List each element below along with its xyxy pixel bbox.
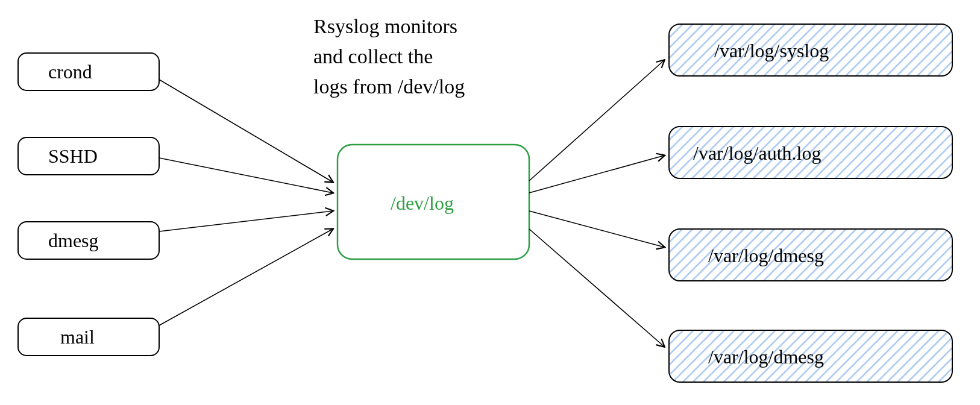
arrow-devlog-authlog <box>529 155 664 193</box>
arrow-sshd-devlog <box>159 158 333 193</box>
arrow-devlog-dmesg1 <box>529 211 664 247</box>
center-devlog: /dev/log <box>338 145 529 259</box>
annotation-line-2: and collect the <box>313 45 433 68</box>
source-mail-label: mail <box>60 326 95 348</box>
dest-dmesg-2: /var/log/dmesg <box>669 330 952 382</box>
arrow-mail-devlog <box>159 229 333 325</box>
source-dmesg: dmesg <box>18 222 159 259</box>
dest-syslog: /var/log/syslog <box>669 24 952 76</box>
dest-syslog-label: /var/log/syslog <box>714 40 829 61</box>
dest-authlog-label: /var/log/auth.log <box>693 142 821 164</box>
arrow-devlog-dmesg2 <box>529 229 664 347</box>
arrow-dmesg-devlog <box>159 211 333 231</box>
arrow-crond-devlog <box>159 80 333 182</box>
center-devlog-label: /dev/log <box>391 192 454 214</box>
dest-dmesg-2-label: /var/log/dmesg <box>708 346 824 368</box>
source-dmesg-label: dmesg <box>48 230 99 251</box>
arrow-devlog-syslog <box>529 60 664 181</box>
rsyslog-diagram: Rsyslog monitors and collect the logs fr… <box>0 0 980 405</box>
source-crond: crond <box>18 53 159 90</box>
source-crond-label: crond <box>48 61 92 83</box>
source-sshd-label: SSHD <box>48 145 98 167</box>
dest-dmesg-1-label: /var/log/dmesg <box>708 245 824 266</box>
dest-authlog: /var/log/auth.log <box>669 127 952 178</box>
source-mail: mail <box>18 318 159 356</box>
annotation-line-3: logs from /dev/log <box>313 75 465 98</box>
source-sshd: SSHD <box>18 137 159 175</box>
annotation-line-1: Rsyslog monitors <box>313 15 457 37</box>
dest-dmesg-1: /var/log/dmesg <box>669 229 952 281</box>
